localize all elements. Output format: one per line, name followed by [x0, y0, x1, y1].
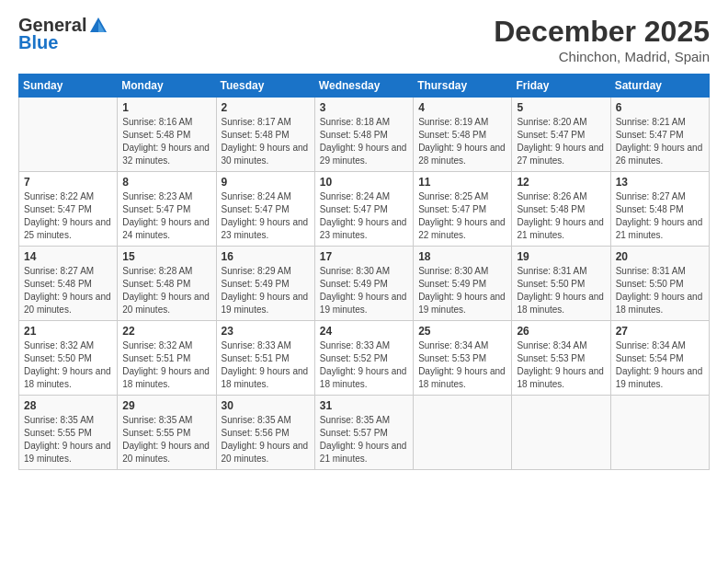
table-row: 3Sunrise: 8:18 AMSunset: 5:48 PMDaylight…	[314, 98, 413, 172]
table-row: 20Sunrise: 8:31 AMSunset: 5:50 PMDayligh…	[610, 247, 709, 321]
table-row: 30Sunrise: 8:35 AMSunset: 5:56 PMDayligh…	[216, 396, 314, 470]
table-row: 18Sunrise: 8:30 AMSunset: 5:49 PMDayligh…	[414, 247, 512, 321]
day-number: 31	[320, 399, 408, 412]
table-row: 2Sunrise: 8:17 AMSunset: 5:48 PMDaylight…	[216, 98, 314, 172]
col-sunday: Sunday	[19, 75, 118, 98]
cell-info: Sunrise: 8:27 AMSunset: 5:48 PMDaylight:…	[24, 265, 112, 316]
day-number: 25	[418, 325, 506, 338]
table-row: 8Sunrise: 8:23 AMSunset: 5:47 PMDaylight…	[118, 172, 216, 247]
day-number: 5	[517, 101, 605, 114]
day-number: 28	[24, 399, 112, 412]
cell-info: Sunrise: 8:35 AMSunset: 5:55 PMDaylight:…	[24, 414, 112, 465]
day-number: 14	[24, 250, 112, 263]
day-number: 2	[222, 101, 310, 114]
cell-info: Sunrise: 8:25 AMSunset: 5:47 PMDaylight:…	[418, 190, 506, 242]
cell-info: Sunrise: 8:35 AMSunset: 5:57 PMDaylight:…	[320, 414, 408, 465]
cell-info: Sunrise: 8:20 AMSunset: 5:47 PMDaylight:…	[517, 116, 605, 167]
table-row: 21Sunrise: 8:32 AMSunset: 5:50 PMDayligh…	[19, 321, 118, 396]
cell-info: Sunrise: 8:17 AMSunset: 5:48 PMDaylight:…	[222, 116, 310, 167]
month-title: December 2025	[494, 15, 710, 49]
day-number: 22	[122, 325, 210, 338]
cell-info: Sunrise: 8:31 AMSunset: 5:50 PMDaylight:…	[517, 265, 605, 316]
table-row: 24Sunrise: 8:33 AMSunset: 5:52 PMDayligh…	[314, 321, 413, 396]
calendar-week-3: 14Sunrise: 8:27 AMSunset: 5:48 PMDayligh…	[19, 247, 710, 321]
cell-info: Sunrise: 8:35 AMSunset: 5:56 PMDaylight:…	[222, 414, 310, 465]
table-row: 1Sunrise: 8:16 AMSunset: 5:48 PMDaylight…	[118, 98, 216, 172]
cell-info: Sunrise: 8:24 AMSunset: 5:47 PMDaylight:…	[222, 190, 310, 242]
table-row: 26Sunrise: 8:34 AMSunset: 5:53 PMDayligh…	[512, 321, 610, 396]
table-row: 16Sunrise: 8:29 AMSunset: 5:49 PMDayligh…	[216, 247, 314, 321]
logo-icon	[88, 16, 108, 36]
table-row: 23Sunrise: 8:33 AMSunset: 5:51 PMDayligh…	[216, 321, 314, 396]
day-number: 20	[616, 250, 704, 263]
cell-info: Sunrise: 8:34 AMSunset: 5:54 PMDaylight:…	[616, 339, 704, 391]
cell-info: Sunrise: 8:23 AMSunset: 5:47 PMDaylight:…	[122, 190, 210, 242]
col-friday: Friday	[512, 75, 610, 98]
calendar-week-2: 7Sunrise: 8:22 AMSunset: 5:47 PMDaylight…	[19, 172, 710, 247]
day-number: 18	[418, 250, 506, 263]
day-number: 15	[122, 250, 210, 263]
day-number: 6	[616, 101, 704, 114]
table-row: 22Sunrise: 8:32 AMSunset: 5:51 PMDayligh…	[118, 321, 216, 396]
cell-info: Sunrise: 8:26 AMSunset: 5:48 PMDaylight:…	[517, 190, 605, 242]
table-row: 11Sunrise: 8:25 AMSunset: 5:47 PMDayligh…	[414, 172, 512, 247]
day-number: 1	[122, 101, 210, 114]
table-row: 12Sunrise: 8:26 AMSunset: 5:48 PMDayligh…	[512, 172, 610, 247]
day-number: 30	[222, 399, 310, 412]
day-number: 21	[24, 325, 112, 338]
day-number: 9	[222, 176, 310, 189]
header-row: Sunday Monday Tuesday Wednesday Thursday…	[19, 75, 710, 98]
day-number: 23	[222, 325, 310, 338]
col-saturday: Saturday	[610, 75, 709, 98]
table-row: 31Sunrise: 8:35 AMSunset: 5:57 PMDayligh…	[314, 396, 413, 470]
cell-info: Sunrise: 8:34 AMSunset: 5:53 PMDaylight:…	[517, 339, 605, 391]
header: General Blue December 2025 Chinchon, Mad…	[18, 15, 710, 64]
table-row: 7Sunrise: 8:22 AMSunset: 5:47 PMDaylight…	[19, 172, 118, 247]
table-row: 19Sunrise: 8:31 AMSunset: 5:50 PMDayligh…	[512, 247, 610, 321]
table-row: 5Sunrise: 8:20 AMSunset: 5:47 PMDaylight…	[512, 98, 610, 172]
table-row: 10Sunrise: 8:24 AMSunset: 5:47 PMDayligh…	[314, 172, 413, 247]
calendar-page: General Blue December 2025 Chinchon, Mad…	[0, 0, 728, 563]
table-row: 15Sunrise: 8:28 AMSunset: 5:48 PMDayligh…	[118, 247, 216, 321]
day-number: 4	[418, 101, 506, 114]
day-number: 3	[320, 101, 408, 114]
day-number: 12	[517, 176, 605, 189]
col-monday: Monday	[118, 75, 216, 98]
cell-info: Sunrise: 8:19 AMSunset: 5:48 PMDaylight:…	[418, 116, 506, 167]
table-row: 25Sunrise: 8:34 AMSunset: 5:53 PMDayligh…	[414, 321, 512, 396]
cell-info: Sunrise: 8:30 AMSunset: 5:49 PMDaylight:…	[320, 265, 408, 316]
col-tuesday: Tuesday	[216, 75, 314, 98]
table-row: 6Sunrise: 8:21 AMSunset: 5:47 PMDaylight…	[610, 98, 709, 172]
cell-info: Sunrise: 8:18 AMSunset: 5:48 PMDaylight:…	[320, 116, 408, 167]
day-number: 17	[320, 250, 408, 263]
table-row: 9Sunrise: 8:24 AMSunset: 5:47 PMDaylight…	[216, 172, 314, 247]
table-row: 29Sunrise: 8:35 AMSunset: 5:55 PMDayligh…	[118, 396, 216, 470]
title-block: December 2025 Chinchon, Madrid, Spain	[494, 15, 710, 64]
table-row	[512, 396, 610, 470]
day-number: 8	[122, 176, 210, 189]
day-number: 7	[24, 176, 112, 189]
day-number: 16	[222, 250, 310, 263]
cell-info: Sunrise: 8:34 AMSunset: 5:53 PMDaylight:…	[418, 339, 506, 391]
cell-info: Sunrise: 8:32 AMSunset: 5:50 PMDaylight:…	[24, 339, 112, 391]
cell-info: Sunrise: 8:22 AMSunset: 5:47 PMDaylight:…	[24, 190, 112, 242]
table-row	[414, 396, 512, 470]
cell-info: Sunrise: 8:32 AMSunset: 5:51 PMDaylight:…	[122, 339, 210, 391]
table-row	[610, 396, 709, 470]
calendar-week-5: 28Sunrise: 8:35 AMSunset: 5:55 PMDayligh…	[19, 396, 710, 470]
logo: General Blue	[18, 15, 108, 53]
cell-info: Sunrise: 8:16 AMSunset: 5:48 PMDaylight:…	[122, 116, 210, 167]
calendar-week-1: 1Sunrise: 8:16 AMSunset: 5:48 PMDaylight…	[19, 98, 710, 172]
day-number: 24	[320, 325, 408, 338]
cell-info: Sunrise: 8:31 AMSunset: 5:50 PMDaylight:…	[616, 265, 704, 316]
cell-info: Sunrise: 8:21 AMSunset: 5:47 PMDaylight:…	[616, 116, 704, 167]
col-thursday: Thursday	[414, 75, 512, 98]
calendar-table: Sunday Monday Tuesday Wednesday Thursday…	[18, 74, 710, 470]
day-number: 10	[320, 176, 408, 189]
table-row: 13Sunrise: 8:27 AMSunset: 5:48 PMDayligh…	[610, 172, 709, 247]
day-number: 26	[517, 325, 605, 338]
day-number: 11	[418, 176, 506, 189]
cell-info: Sunrise: 8:29 AMSunset: 5:49 PMDaylight:…	[222, 265, 310, 316]
table-row	[19, 98, 118, 172]
cell-info: Sunrise: 8:33 AMSunset: 5:51 PMDaylight:…	[222, 339, 310, 391]
